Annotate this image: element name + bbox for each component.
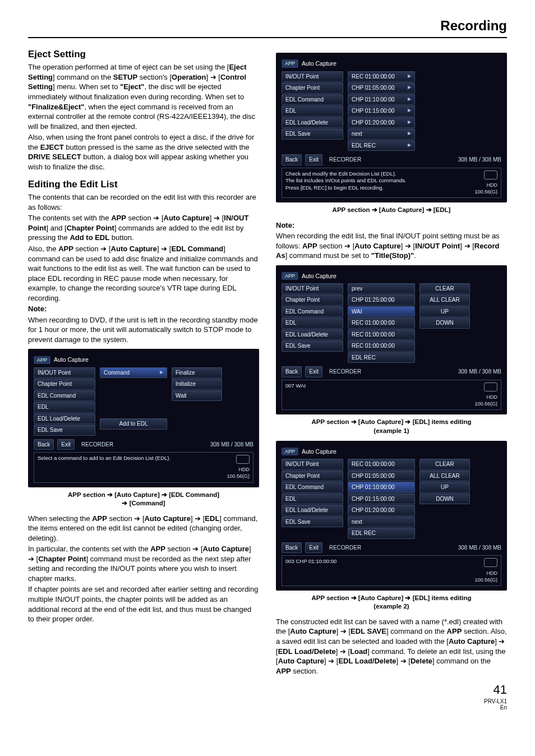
para: In particular, the contents set with the…	[28, 544, 259, 583]
edl-item[interactable]: WAI	[348, 306, 415, 317]
edl-item[interactable]: CHP 01:10:00:00▶	[348, 94, 415, 105]
action-button[interactable]: ALL CLEAR	[419, 294, 470, 306]
screenshot-edl: APPAuto Capture IN/OUT PointChapter Poin…	[276, 53, 507, 202]
edl-item[interactable]: CHP 01:20:00:00▶	[348, 117, 415, 128]
heading-eject: Eject Setting	[28, 48, 259, 61]
edl-item[interactable]: CHP 01:20:00:00	[348, 505, 415, 516]
menu-item[interactable]: Chapter Point	[282, 471, 343, 482]
menu-item[interactable]: EDL	[282, 317, 343, 329]
t: .	[414, 251, 416, 260]
menu-item[interactable]: EDL Save	[34, 425, 95, 436]
back-button[interactable]: Back	[282, 154, 302, 165]
add-to-edl-button[interactable]: Add to EDL	[100, 418, 167, 430]
edl-item[interactable]: prev	[348, 283, 415, 294]
t: The operation performed at time of eject…	[28, 63, 229, 71]
edl-item[interactable]: next	[348, 517, 415, 528]
edl-item[interactable]: CHP 01:15:00:00▶	[348, 105, 415, 117]
t: When selecting the	[28, 514, 92, 523]
edl-item[interactable]: CHP 01:10:00:00	[348, 482, 415, 493]
action-button[interactable]: ALL CLEAR	[419, 471, 470, 482]
menu-item[interactable]: EDL Command	[34, 390, 95, 402]
menu-item[interactable]: Chapter Point	[34, 379, 95, 390]
edl-item[interactable]: EDL REC	[348, 528, 415, 539]
exit-button[interactable]: Exit	[305, 154, 322, 165]
edl-item[interactable]: EDL REC	[348, 352, 415, 363]
action-button[interactable]: UP	[419, 482, 470, 493]
t: APP	[276, 667, 291, 675]
app-badge: APP	[282, 272, 298, 280]
t: "Finalize&Eject"	[28, 103, 84, 111]
page-header: Recording	[28, 17, 507, 38]
menu-item[interactable]: EDL Command	[282, 306, 343, 317]
menu-item[interactable]: EDL Load/Delete	[282, 505, 343, 516]
edl-item[interactable]: CHP 01:05:00:00	[348, 471, 415, 482]
t: Load	[350, 647, 367, 656]
command-cell[interactable]: Command▶	[100, 367, 167, 379]
menu-item[interactable]: EDL Save	[282, 517, 343, 528]
menu-item[interactable]: EDL Load/Delete	[34, 413, 95, 425]
action-button[interactable]: CLEAR	[419, 283, 470, 294]
t: ] ➔ [	[460, 242, 474, 250]
para: The operation performed at time of eject…	[28, 62, 259, 131]
heading-edit: Editing the Edit List	[28, 178, 259, 191]
exit-button[interactable]: Exit	[305, 542, 322, 554]
edl-item[interactable]: CHP 01:15:00:00	[348, 494, 415, 505]
option-item[interactable]: Initialize	[172, 379, 222, 390]
recorder-label: RECORDER	[326, 368, 455, 376]
menu-item[interactable]: EDL Command	[282, 94, 343, 105]
action-button[interactable]: UP	[419, 306, 470, 317]
t: Also, the	[28, 245, 58, 253]
menu-item[interactable]: EDL Command	[282, 482, 343, 493]
action-button[interactable]: DOWN	[419, 317, 470, 329]
menu-item[interactable]: EDL Load/Delete	[282, 329, 343, 340]
edl-item[interactable]: REC 01:00:00:00	[348, 317, 415, 329]
menu-item[interactable]: EDL	[282, 105, 343, 117]
edl-item[interactable]: REC 01:00:00:00	[348, 340, 415, 352]
t: section ➔ [	[317, 242, 355, 250]
t: ] ➔ [	[396, 657, 410, 665]
t: section ➔ [	[107, 514, 145, 523]
back-button[interactable]: Back	[282, 366, 302, 377]
edl-item[interactable]: EDL REC▶	[348, 140, 415, 151]
menu-item[interactable]: IN/OUT Point	[282, 459, 343, 470]
exit-button[interactable]: Exit	[305, 366, 322, 377]
edl-item[interactable]: next▶	[348, 128, 415, 140]
back-button[interactable]: Back	[34, 439, 54, 450]
menu-item[interactable]: EDL Load/Delete	[282, 117, 343, 128]
option-item[interactable]: Finalize	[172, 367, 222, 379]
t: section ➔ [	[126, 214, 164, 222]
para: When recording to DVD, if the unit is le…	[28, 315, 259, 345]
action-button[interactable]: DOWN	[419, 494, 470, 505]
t: Chapter Point	[38, 555, 86, 563]
option-item[interactable]: Wait	[172, 390, 222, 402]
menu-item[interactable]: Chapter Point	[282, 294, 343, 306]
t: ] command on the	[53, 73, 113, 81]
right-column: APPAuto Capture IN/OUT PointChapter Poin…	[276, 48, 507, 711]
edl-item[interactable]: REC 01:00:00:00	[348, 459, 415, 470]
shot-title: Auto Capture	[302, 59, 336, 67]
t: ] ➔ [	[336, 627, 350, 635]
menu-item[interactable]: EDL Save	[282, 128, 343, 140]
menu-item[interactable]: EDL Save	[282, 340, 343, 352]
action-button[interactable]: CLEAR	[419, 459, 470, 470]
status: 003 CHP 01:10:00:00	[285, 558, 336, 583]
back-button[interactable]: Back	[282, 542, 302, 554]
exit-button[interactable]: Exit	[57, 439, 75, 450]
menu-item[interactable]: IN/OUT Point	[282, 283, 343, 294]
menu-item[interactable]: EDL	[34, 402, 95, 413]
edl-item[interactable]: REC 01:00:00:00	[348, 329, 415, 340]
edl-item[interactable]: CHP 01:25:00:00	[348, 294, 415, 306]
hdd-badge: HDD100.56(G)	[227, 455, 250, 480]
t: section.	[291, 667, 318, 675]
edl-item[interactable]: CHP 01:05:00:00▶	[348, 82, 415, 94]
menu-item[interactable]: IN/OUT Point	[282, 71, 343, 82]
t: DRIVE SELECT	[28, 153, 81, 161]
page-number: 41	[276, 681, 507, 698]
screenshot-edl-edit1: APPAuto Capture IN/OUT PointChapter Poin…	[276, 265, 507, 415]
menu-item[interactable]: IN/OUT Point	[34, 367, 95, 379]
edl-item[interactable]: REC 01:00:00:00▶	[348, 71, 415, 82]
menu-item[interactable]: EDL	[282, 494, 343, 505]
t: section's [	[137, 73, 172, 81]
t: ] command on the	[432, 657, 491, 665]
menu-item[interactable]: Chapter Point	[282, 82, 343, 94]
